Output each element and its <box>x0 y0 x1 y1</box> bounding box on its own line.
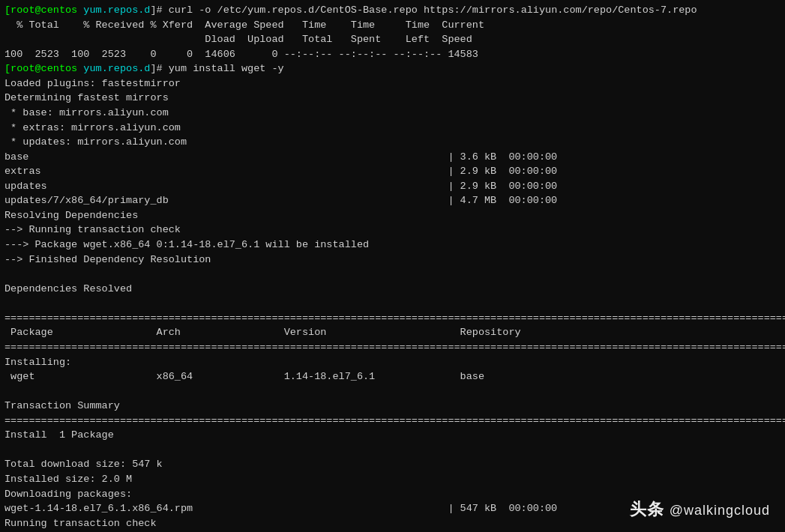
terminal-line: extras | 2.9 kB 00:00:00 <box>4 164 781 179</box>
watermark-handle: @walkingcloud <box>670 503 770 518</box>
terminal-line: ---> Package wget.x86_64 0:1.14-18.el7_6… <box>4 238 781 253</box>
terminal-line <box>4 443 781 458</box>
separator-line: ========================================… <box>4 414 781 429</box>
prompt-user: [root@centos <box>4 63 83 74</box>
terminal-line: wget x86_64 1.14-18.el7_6.1 base 547 k <box>4 369 781 384</box>
terminal-line: Determining fastest mirrors <box>4 91 781 106</box>
separator-line: ========================================… <box>4 311 781 326</box>
terminal-window: [root@centos yum.repos.d]# curl -o /etc/… <box>0 0 785 532</box>
terminal-line: * updates: mirrors.aliyun.com <box>4 135 781 150</box>
terminal-line: Installing: <box>4 355 781 370</box>
terminal-line: % Total % Received % Xferd Average Speed… <box>4 18 781 33</box>
terminal-line: [root@centos yum.repos.d]# yum install w… <box>4 61 781 76</box>
watermark-icon: 头条 <box>630 500 670 519</box>
terminal-line <box>4 384 781 399</box>
terminal-line: --> Finished Dependency Resolution <box>4 253 781 267</box>
prompt-user: [root@centos <box>4 4 83 16</box>
terminal-line: base | 3.6 kB 00:00:00 <box>4 150 781 165</box>
prompt-dir: yum.repos.d <box>83 63 150 74</box>
terminal-line: Install 1 Package <box>4 428 781 443</box>
terminal-line: Dependencies Resolved <box>4 282 781 297</box>
terminal-line: Total download size: 547 k <box>4 457 781 472</box>
terminal-line <box>4 267 781 282</box>
table-header: Package Arch Version Repository Size <box>4 325 781 340</box>
command-text: ]# curl -o /etc/yum.repos.d/CentOS-Base.… <box>150 4 697 16</box>
terminal-line: * base: mirrors.aliyun.com <box>4 106 781 121</box>
prompt-dir: yum.repos.d <box>83 4 150 16</box>
terminal-line <box>4 296 781 311</box>
terminal-line: Resolving Dependencies <box>4 208 781 223</box>
terminal-line: Dload Upload Total Spent Left Speed <box>4 32 781 47</box>
terminal-line: updates/7/x86_64/primary_db | 4.7 MB 00:… <box>4 193 781 208</box>
terminal-line: * extras: mirrors.aliyun.com <box>4 121 781 136</box>
terminal-line: Loaded plugins: fastestmirror <box>4 76 781 91</box>
terminal-line: Installed size: 2.0 M <box>4 472 781 487</box>
terminal-line: updates | 2.9 kB 00:00:00 <box>4 179 781 194</box>
terminal-line: 100 2523 100 2523 0 0 14606 0 --:--:-- -… <box>4 47 781 62</box>
watermark: 头条 @walkingcloud <box>630 498 770 522</box>
terminal-line: Transaction Summary <box>4 399 781 414</box>
separator-line: ========================================… <box>4 340 781 355</box>
command-text: ]# yum install wget -y <box>150 63 283 74</box>
terminal-line: --> Running transaction check <box>4 223 781 238</box>
terminal-line: [root@centos yum.repos.d]# curl -o /etc/… <box>4 3 781 18</box>
